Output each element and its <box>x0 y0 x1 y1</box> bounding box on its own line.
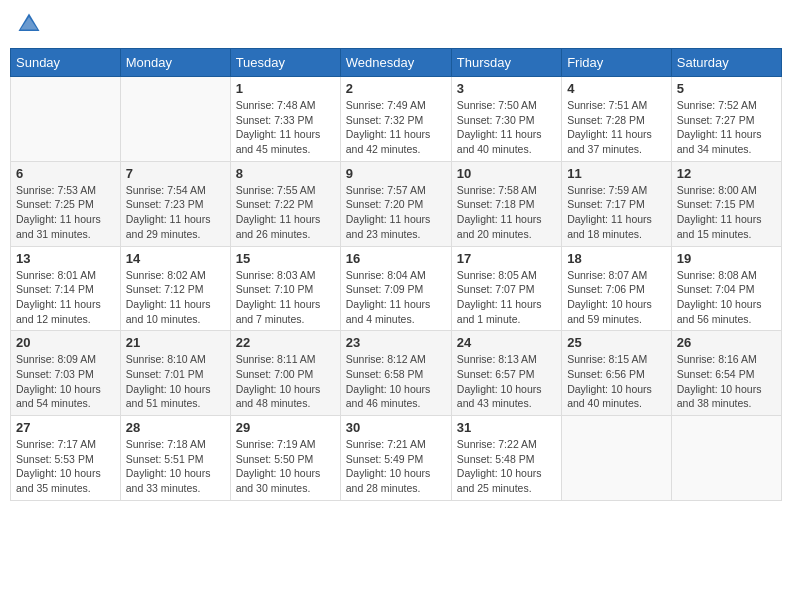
calendar-week-row: 20Sunrise: 8:09 AM Sunset: 7:03 PM Dayli… <box>11 331 782 416</box>
day-info: Sunrise: 7:17 AM Sunset: 5:53 PM Dayligh… <box>16 437 115 496</box>
calendar-cell: 9Sunrise: 7:57 AM Sunset: 7:20 PM Daylig… <box>340 161 451 246</box>
calendar-cell <box>11 77 121 162</box>
day-number: 7 <box>126 166 225 181</box>
calendar-header-row: SundayMondayTuesdayWednesdayThursdayFrid… <box>11 49 782 77</box>
day-info: Sunrise: 8:13 AM Sunset: 6:57 PM Dayligh… <box>457 352 556 411</box>
calendar-cell: 30Sunrise: 7:21 AM Sunset: 5:49 PM Dayli… <box>340 416 451 501</box>
calendar-cell: 22Sunrise: 8:11 AM Sunset: 7:00 PM Dayli… <box>230 331 340 416</box>
day-number: 6 <box>16 166 115 181</box>
day-number: 20 <box>16 335 115 350</box>
day-number: 17 <box>457 251 556 266</box>
calendar-cell: 11Sunrise: 7:59 AM Sunset: 7:17 PM Dayli… <box>562 161 672 246</box>
calendar-cell: 4Sunrise: 7:51 AM Sunset: 7:28 PM Daylig… <box>562 77 672 162</box>
calendar-cell <box>120 77 230 162</box>
calendar-cell: 25Sunrise: 8:15 AM Sunset: 6:56 PM Dayli… <box>562 331 672 416</box>
calendar-header-wednesday: Wednesday <box>340 49 451 77</box>
day-info: Sunrise: 7:48 AM Sunset: 7:33 PM Dayligh… <box>236 98 335 157</box>
calendar-cell: 16Sunrise: 8:04 AM Sunset: 7:09 PM Dayli… <box>340 246 451 331</box>
calendar-cell: 23Sunrise: 8:12 AM Sunset: 6:58 PM Dayli… <box>340 331 451 416</box>
day-number: 18 <box>567 251 666 266</box>
calendar-cell: 8Sunrise: 7:55 AM Sunset: 7:22 PM Daylig… <box>230 161 340 246</box>
calendar-cell <box>671 416 781 501</box>
day-number: 1 <box>236 81 335 96</box>
day-number: 21 <box>126 335 225 350</box>
day-info: Sunrise: 7:50 AM Sunset: 7:30 PM Dayligh… <box>457 98 556 157</box>
day-info: Sunrise: 8:00 AM Sunset: 7:15 PM Dayligh… <box>677 183 776 242</box>
calendar-week-row: 6Sunrise: 7:53 AM Sunset: 7:25 PM Daylig… <box>11 161 782 246</box>
day-info: Sunrise: 8:09 AM Sunset: 7:03 PM Dayligh… <box>16 352 115 411</box>
day-number: 28 <box>126 420 225 435</box>
day-number: 13 <box>16 251 115 266</box>
day-info: Sunrise: 8:12 AM Sunset: 6:58 PM Dayligh… <box>346 352 446 411</box>
day-info: Sunrise: 7:21 AM Sunset: 5:49 PM Dayligh… <box>346 437 446 496</box>
day-info: Sunrise: 8:10 AM Sunset: 7:01 PM Dayligh… <box>126 352 225 411</box>
day-number: 25 <box>567 335 666 350</box>
day-number: 19 <box>677 251 776 266</box>
calendar-table: SundayMondayTuesdayWednesdayThursdayFrid… <box>10 48 782 501</box>
day-number: 23 <box>346 335 446 350</box>
day-info: Sunrise: 7:55 AM Sunset: 7:22 PM Dayligh… <box>236 183 335 242</box>
day-info: Sunrise: 7:59 AM Sunset: 7:17 PM Dayligh… <box>567 183 666 242</box>
day-info: Sunrise: 7:49 AM Sunset: 7:32 PM Dayligh… <box>346 98 446 157</box>
calendar-cell: 21Sunrise: 8:10 AM Sunset: 7:01 PM Dayli… <box>120 331 230 416</box>
day-number: 30 <box>346 420 446 435</box>
calendar-week-row: 13Sunrise: 8:01 AM Sunset: 7:14 PM Dayli… <box>11 246 782 331</box>
calendar-cell: 31Sunrise: 7:22 AM Sunset: 5:48 PM Dayli… <box>451 416 561 501</box>
calendar-cell <box>562 416 672 501</box>
calendar-cell: 28Sunrise: 7:18 AM Sunset: 5:51 PM Dayli… <box>120 416 230 501</box>
day-info: Sunrise: 7:18 AM Sunset: 5:51 PM Dayligh… <box>126 437 225 496</box>
calendar-week-row: 1Sunrise: 7:48 AM Sunset: 7:33 PM Daylig… <box>11 77 782 162</box>
day-info: Sunrise: 7:58 AM Sunset: 7:18 PM Dayligh… <box>457 183 556 242</box>
calendar-cell: 19Sunrise: 8:08 AM Sunset: 7:04 PM Dayli… <box>671 246 781 331</box>
day-number: 9 <box>346 166 446 181</box>
day-info: Sunrise: 8:16 AM Sunset: 6:54 PM Dayligh… <box>677 352 776 411</box>
day-info: Sunrise: 8:08 AM Sunset: 7:04 PM Dayligh… <box>677 268 776 327</box>
day-number: 4 <box>567 81 666 96</box>
day-info: Sunrise: 8:01 AM Sunset: 7:14 PM Dayligh… <box>16 268 115 327</box>
day-info: Sunrise: 7:52 AM Sunset: 7:27 PM Dayligh… <box>677 98 776 157</box>
day-info: Sunrise: 7:22 AM Sunset: 5:48 PM Dayligh… <box>457 437 556 496</box>
day-number: 26 <box>677 335 776 350</box>
calendar-cell: 17Sunrise: 8:05 AM Sunset: 7:07 PM Dayli… <box>451 246 561 331</box>
day-info: Sunrise: 8:03 AM Sunset: 7:10 PM Dayligh… <box>236 268 335 327</box>
calendar-header-friday: Friday <box>562 49 672 77</box>
calendar-cell: 20Sunrise: 8:09 AM Sunset: 7:03 PM Dayli… <box>11 331 121 416</box>
calendar-header-sunday: Sunday <box>11 49 121 77</box>
calendar-cell: 3Sunrise: 7:50 AM Sunset: 7:30 PM Daylig… <box>451 77 561 162</box>
calendar-cell: 2Sunrise: 7:49 AM Sunset: 7:32 PM Daylig… <box>340 77 451 162</box>
calendar-cell: 12Sunrise: 8:00 AM Sunset: 7:15 PM Dayli… <box>671 161 781 246</box>
calendar-header-monday: Monday <box>120 49 230 77</box>
calendar-cell: 24Sunrise: 8:13 AM Sunset: 6:57 PM Dayli… <box>451 331 561 416</box>
day-number: 8 <box>236 166 335 181</box>
day-info: Sunrise: 7:57 AM Sunset: 7:20 PM Dayligh… <box>346 183 446 242</box>
calendar-cell: 1Sunrise: 7:48 AM Sunset: 7:33 PM Daylig… <box>230 77 340 162</box>
calendar-cell: 15Sunrise: 8:03 AM Sunset: 7:10 PM Dayli… <box>230 246 340 331</box>
day-number: 15 <box>236 251 335 266</box>
calendar-cell: 10Sunrise: 7:58 AM Sunset: 7:18 PM Dayli… <box>451 161 561 246</box>
calendar-cell: 18Sunrise: 8:07 AM Sunset: 7:06 PM Dayli… <box>562 246 672 331</box>
day-number: 31 <box>457 420 556 435</box>
calendar-cell: 14Sunrise: 8:02 AM Sunset: 7:12 PM Dayli… <box>120 246 230 331</box>
calendar-header-saturday: Saturday <box>671 49 781 77</box>
calendar-header-thursday: Thursday <box>451 49 561 77</box>
day-number: 14 <box>126 251 225 266</box>
day-info: Sunrise: 7:53 AM Sunset: 7:25 PM Dayligh… <box>16 183 115 242</box>
day-number: 16 <box>346 251 446 266</box>
logo <box>15 10 47 38</box>
day-number: 11 <box>567 166 666 181</box>
calendar-week-row: 27Sunrise: 7:17 AM Sunset: 5:53 PM Dayli… <box>11 416 782 501</box>
calendar-cell: 26Sunrise: 8:16 AM Sunset: 6:54 PM Dayli… <box>671 331 781 416</box>
day-number: 22 <box>236 335 335 350</box>
day-number: 29 <box>236 420 335 435</box>
calendar-cell: 6Sunrise: 7:53 AM Sunset: 7:25 PM Daylig… <box>11 161 121 246</box>
day-info: Sunrise: 8:11 AM Sunset: 7:00 PM Dayligh… <box>236 352 335 411</box>
day-info: Sunrise: 7:54 AM Sunset: 7:23 PM Dayligh… <box>126 183 225 242</box>
day-info: Sunrise: 8:05 AM Sunset: 7:07 PM Dayligh… <box>457 268 556 327</box>
day-number: 24 <box>457 335 556 350</box>
day-number: 12 <box>677 166 776 181</box>
day-number: 2 <box>346 81 446 96</box>
logo-icon <box>15 10 43 38</box>
day-number: 3 <box>457 81 556 96</box>
calendar-cell: 5Sunrise: 7:52 AM Sunset: 7:27 PM Daylig… <box>671 77 781 162</box>
day-number: 10 <box>457 166 556 181</box>
